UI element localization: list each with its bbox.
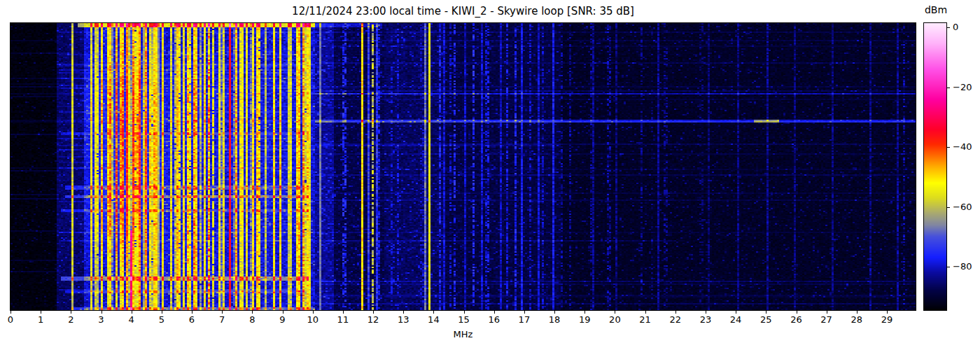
x-tick-label: 18 [542,314,566,325]
x-tick-label: 27 [815,314,839,325]
x-tick-mark [766,311,766,314]
x-tick-label: 10 [301,314,325,325]
x-tick-mark [554,311,555,314]
x-tick-label: 0 [0,314,22,325]
colorbar [923,22,947,311]
x-tick-label: 1 [29,314,52,325]
x-tick-label: 3 [90,314,113,325]
x-tick-label: 23 [694,314,718,325]
x-tick-label: 15 [452,314,476,325]
x-tick-label: 16 [482,314,506,325]
colorbar-tick-mark [947,88,950,88]
x-tick-label: 29 [875,314,899,325]
colorbar-tick-label: −40 [953,141,972,153]
x-tick-mark [252,311,253,314]
x-tick-label: 2 [59,314,83,325]
colorbar-tick-label: 0 [953,22,958,33]
x-tick-label: 9 [271,314,295,325]
colorbar-tick-mark [947,267,950,267]
x-tick-mark [373,311,374,314]
x-tick-label: 24 [724,314,748,325]
x-tick-mark [433,311,434,314]
x-tick-mark [797,311,797,314]
x-tick-mark [524,311,525,314]
x-tick-mark [676,311,676,314]
x-tick-mark [736,311,736,314]
x-tick-label: 8 [240,314,264,325]
x-tick-mark [71,311,71,314]
plot-area [10,22,916,311]
x-tick-mark [887,311,888,314]
colorbar-tick-mark [947,27,950,28]
spectrogram-figure: 12/11/2024 23:00 local time - KIWI_2 - S… [0,0,980,350]
x-tick-mark [615,311,615,314]
x-tick-label: 21 [634,314,657,325]
x-tick-label: 26 [785,314,808,325]
x-tick-mark [41,311,41,314]
waterfall-canvas [10,23,916,310]
x-tick-mark [10,311,11,314]
x-tick-label: 5 [150,314,174,325]
x-tick-mark [584,311,585,314]
colorbar-tick-mark [947,147,950,148]
x-tick-label: 4 [120,314,144,325]
x-tick-mark [645,311,646,314]
x-tick-label: 7 [210,314,234,325]
x-tick-mark [827,311,827,314]
x-tick-mark [192,311,192,314]
chart-title: 12/11/2024 23:00 local time - KIWI_2 - S… [10,5,916,18]
x-tick-label: 13 [391,314,415,325]
colorbar-tick-mark [947,207,950,208]
x-tick-label: 11 [331,314,355,325]
x-tick-label: 17 [512,314,536,325]
x-tick-mark [494,311,495,314]
x-tick-mark [162,311,162,314]
x-tick-label: 6 [180,314,204,325]
x-tick-mark [706,311,706,314]
x-tick-mark [343,311,344,314]
colorbar-tick-label: −80 [953,261,972,272]
x-tick-mark [464,311,465,314]
x-tick-mark [102,311,102,314]
x-tick-mark [222,311,223,314]
x-tick-label: 12 [361,314,385,325]
x-tick-mark [283,311,284,314]
colorbar-title: dBm [918,4,953,16]
x-tick-mark [857,311,858,314]
x-tick-label: 19 [573,314,596,325]
colorbar-tick-label: −20 [953,82,972,93]
x-tick-label: 22 [664,314,687,325]
x-tick-label: 25 [754,314,778,325]
x-tick-mark [132,311,132,314]
colorbar-tick-label: −60 [953,202,972,213]
x-tick-label: 28 [845,314,869,325]
x-tick-mark [313,311,314,314]
x-tick-label: 20 [603,314,626,325]
x-axis-label: MHz [10,329,916,340]
colorbar-canvas [924,23,946,310]
x-tick-mark [403,311,404,314]
x-tick-label: 14 [421,314,445,325]
